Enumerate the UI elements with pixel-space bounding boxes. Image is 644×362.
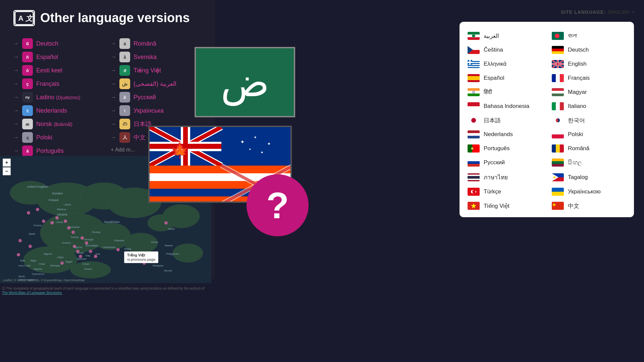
svg-text:✦: ✦ xyxy=(260,150,264,155)
lang-item-vi[interactable]: → ơ Tiếng Việt xyxy=(111,64,201,77)
svg-text:Niger: Niger xyxy=(30,259,37,262)
lang-option-it[interactable]: Italiano xyxy=(552,102,626,111)
lang-name-uk: Українською xyxy=(568,188,601,195)
lang-item-de[interactable]: → ß Deutsch xyxy=(13,37,104,50)
flag-zh xyxy=(552,202,564,210)
svg-text:文: 文 xyxy=(25,14,34,22)
lang-option-bn[interactable]: বাংলা xyxy=(552,31,626,41)
svg-text:✦: ✦ xyxy=(254,135,257,140)
svg-rect-123 xyxy=(552,46,564,49)
zoom-in-button[interactable]: + xyxy=(3,159,11,167)
lang-option-cs[interactable]: Čeština xyxy=(468,45,542,55)
lang-option-el[interactable]: Ελληνικά xyxy=(468,59,542,69)
lang-option-ja[interactable]: 日本語 xyxy=(468,116,542,125)
arabic-character: ض xyxy=(221,59,269,106)
lang-name-si: සිංහල xyxy=(568,159,582,166)
svg-text:United Kingdom: United Kingdom xyxy=(27,185,48,188)
lang-option-en[interactable]: English xyxy=(552,59,626,69)
lang-item-nl[interactable]: → ij Nederlands xyxy=(13,104,104,117)
svg-text:🍁: 🍁 xyxy=(170,141,190,160)
svg-point-172 xyxy=(471,147,474,150)
question-circle[interactable]: ? xyxy=(247,174,309,236)
lang-item-uk[interactable]: → ї Українська xyxy=(111,104,201,117)
svg-point-80 xyxy=(17,253,20,256)
lang-option-vi[interactable]: Tiếng Việt xyxy=(468,201,542,210)
svg-text:Algeria: Algeria xyxy=(44,252,52,255)
lang-option-th[interactable]: ภาษาไทย xyxy=(468,172,542,182)
svg-rect-147 xyxy=(560,74,564,82)
svg-rect-185 xyxy=(468,179,480,180)
svg-point-76 xyxy=(89,250,92,253)
svg-text:Philippines: Philippines xyxy=(166,252,179,255)
lang-option-pt[interactable]: Português xyxy=(468,144,542,153)
lang-option-ro[interactable]: Română xyxy=(552,144,626,153)
lang-option-de[interactable]: Deutsch xyxy=(552,45,626,55)
flag-pl xyxy=(552,130,564,138)
lang-badge: ñ xyxy=(22,52,33,62)
lang-option-tr[interactable]: Türkçe xyxy=(468,187,542,196)
lang-item-pl[interactable]: → ą Polski xyxy=(13,131,104,144)
lang-name-ro: Română xyxy=(568,145,589,152)
lang-item-es[interactable]: → ñ Español xyxy=(13,50,104,64)
lang-item-fr[interactable]: → ç Français xyxy=(13,77,104,90)
lang-option-ar[interactable]: العربية xyxy=(468,31,542,41)
lang-option-ru[interactable]: Русский xyxy=(468,158,542,167)
lang-item-ru[interactable]: → й Русский xyxy=(111,90,201,104)
lang-option-fr[interactable]: Français xyxy=(552,73,626,83)
lang-option-si[interactable]: සිංහල xyxy=(552,158,626,167)
map-note-link[interactable]: The World Atlas of Language Structures. xyxy=(2,291,62,295)
lang-badge: й xyxy=(119,92,130,103)
svg-point-78 xyxy=(60,261,64,265)
zoom-out-button[interactable]: − xyxy=(3,167,11,175)
lang-option-nl[interactable]: Nederlands xyxy=(468,130,542,139)
flag-ro xyxy=(552,144,564,153)
question-mark-icon: ? xyxy=(266,187,289,224)
svg-text:Turkey: Turkey xyxy=(70,236,78,239)
tooltip-text: Tiếng Việt xyxy=(127,253,155,257)
lang-option-zh[interactable]: 中文 xyxy=(552,201,626,210)
lang-name-ar: العربية xyxy=(484,33,499,40)
svg-rect-153 xyxy=(552,91,564,94)
lang-option-tl[interactable]: Tagalog xyxy=(552,172,626,182)
flag-el xyxy=(468,60,480,68)
lang-name: Polski xyxy=(36,134,52,141)
flag-tl xyxy=(552,173,564,181)
svg-text:✦: ✦ xyxy=(249,147,251,151)
svg-point-117 xyxy=(472,34,475,38)
lang-item-nb[interactable]: → æ Norsk (Bokmål) xyxy=(13,117,104,131)
svg-text:Ukraine: Ukraine xyxy=(57,213,67,216)
lang-name-fr: Français xyxy=(568,75,590,81)
site-language-label: SITE LANGUAGE: xyxy=(561,9,606,15)
lang-item-pt[interactable]: → ã Português xyxy=(13,144,104,158)
lang-name-de: Deutsch xyxy=(568,47,589,53)
title-icon: A 文 xyxy=(13,10,35,26)
arrow-icon: → xyxy=(13,134,19,140)
lang-option-es[interactable]: Español xyxy=(468,73,542,83)
arrow-icon: → xyxy=(13,54,19,60)
arrow-icon: → xyxy=(13,94,19,100)
svg-rect-173 xyxy=(552,144,556,153)
map-controls[interactable]: + − xyxy=(3,159,11,175)
lang-option-hi[interactable]: हिंदी xyxy=(468,87,542,97)
site-language-bar[interactable]: SITE LANGUAGE: ENGLISH ▾ xyxy=(561,9,634,15)
chevron-down-icon: ▾ xyxy=(632,10,634,14)
arrow-icon: → xyxy=(13,67,19,73)
lang-option-uk[interactable]: Українською xyxy=(552,187,626,196)
lang-option-pl[interactable]: Polski xyxy=(552,130,626,139)
svg-text:✦: ✦ xyxy=(240,139,245,145)
lang-option-ko[interactable]: 한국어 xyxy=(552,116,626,125)
lang-item-et[interactable]: → õ Eesti keel xyxy=(13,64,104,77)
tooltip-sub: vi.pronouns.page xyxy=(127,257,155,261)
lang-item-ar[interactable]: → ش العربية (الفصحى) xyxy=(111,77,201,90)
svg-rect-124 xyxy=(552,49,564,51)
lang-option-hu[interactable]: Magyar xyxy=(552,87,626,97)
svg-point-64 xyxy=(36,208,39,211)
svg-rect-186 xyxy=(468,180,480,181)
svg-text:Bahrain: Bahrain xyxy=(77,257,87,260)
svg-point-161 xyxy=(471,118,476,123)
lang-badge: ã xyxy=(22,145,33,156)
lang-item-sv[interactable]: → å Svenska xyxy=(111,50,201,64)
lang-item-lad[interactable]: → ny Ladino (Djudezmo) xyxy=(13,90,104,104)
lang-option-id[interactable]: Bahasa Indonesia xyxy=(468,102,542,111)
lang-item-ro[interactable]: → ă Română xyxy=(111,37,201,50)
